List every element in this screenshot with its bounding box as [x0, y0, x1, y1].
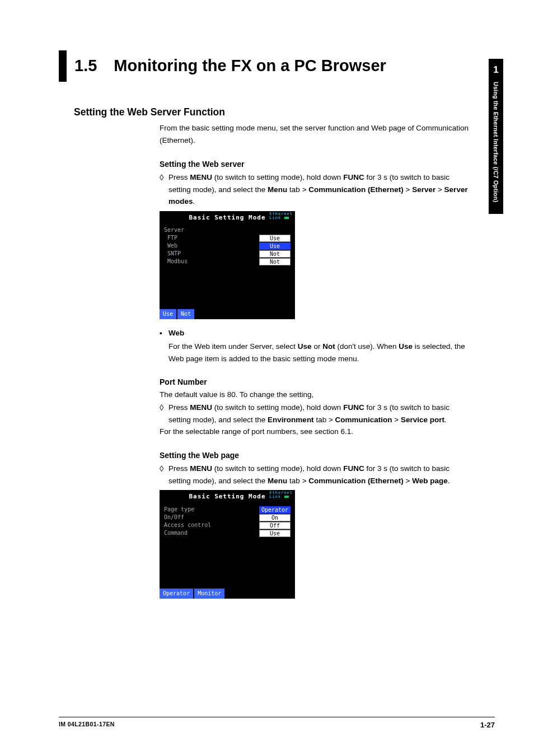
section-number: 1.5 — [74, 50, 114, 82]
intro-text: From the basic setting mode menu, set th… — [160, 122, 472, 146]
screenshot-row-value: Not — [259, 258, 291, 265]
screenshot-header: Basic Setting Mode EthernetLink — [160, 211, 295, 225]
step-bullet: ◊ — [160, 402, 168, 413]
screenshot-server-modes: Basic Setting Mode EthernetLink Server F… — [160, 211, 295, 320]
step-text: Press MENU (to switch to setting mode), … — [168, 171, 472, 208]
portnumber-intro: The default value is 80. To change the s… — [160, 389, 472, 401]
screenshot-row: Page typeOperator — [164, 506, 291, 514]
screenshot-row: ModbusNot — [164, 258, 291, 265]
screenshot-web-page: Basic Setting Mode EthernetLink Page typ… — [160, 490, 295, 599]
webserver-heading: Setting the Web server — [160, 158, 472, 170]
step: ◊ Press MENU (to switch to setting mode)… — [160, 402, 472, 426]
heading-bar — [59, 50, 67, 82]
screenshot-row: On/OffOn — [164, 514, 291, 521]
step-text: Press MENU (to switch to setting mode), … — [168, 463, 472, 487]
doc-code: IM 04L21B01-17EN — [59, 720, 115, 731]
bullet-title: Web — [168, 327, 472, 339]
screenshot-row: FTPUse — [164, 234, 291, 242]
screenshot-row-value: Not — [259, 250, 291, 258]
section-heading: 1.5 Monitoring the FX on a PC Browser — [59, 50, 495, 82]
screenshot-row: SNTPNot — [164, 250, 291, 258]
ethernet-indicator: EthernetLink — [269, 491, 293, 499]
step-bullet: ◊ — [160, 463, 168, 474]
portnumber-after: For the selectable range of port numbers… — [160, 426, 472, 438]
screenshot-row-value: Off — [259, 522, 291, 529]
step: ◊ Press MENU (to switch to setting mode)… — [160, 171, 472, 208]
screenshot-footer-button: Use — [160, 309, 176, 319]
screenshot-buttons: UseNot — [160, 309, 295, 319]
screenshot-row-value: Use — [259, 235, 291, 242]
webpage-heading: Setting the Web page — [160, 449, 472, 461]
section-title: Monitoring the FX on a PC Browser — [114, 50, 386, 82]
step-text: Press MENU (to switch to setting mode), … — [168, 402, 472, 426]
screenshot-row-label: Command — [164, 529, 259, 538]
screenshot-row-value: Operator — [259, 506, 291, 514]
chapter-label: Using the Ethernet Interface (/C7 Option… — [491, 81, 501, 202]
subsection-title: Setting the Web Server Function — [74, 104, 472, 120]
bullet-body: For the Web item under Server, select Us… — [168, 340, 472, 365]
screenshot-row: WebUse — [164, 242, 291, 250]
step: ◊ Press MENU (to switch to setting mode)… — [160, 463, 472, 487]
portnumber-heading: Port Number — [160, 376, 472, 388]
screenshot-footer-button: Operator — [160, 589, 193, 599]
chapter-number: 1 — [489, 62, 503, 77]
screenshot-row-value: Use — [259, 242, 291, 250]
chapter-tab: 1 Using the Ethernet Interface (/C7 Opti… — [489, 59, 503, 214]
screenshot-footer-button: Monitor — [194, 589, 224, 599]
screenshot-buttons: OperatorMonitor — [160, 589, 295, 599]
screenshot-row-value: On — [259, 514, 291, 521]
screenshot-row: CommandUse — [164, 529, 291, 537]
page-footer: IM 04L21B01-17EN 1-27 — [59, 717, 495, 731]
step-bullet: ◊ — [160, 171, 168, 183]
screenshot-footer-button: Not — [177, 309, 194, 319]
page-number: 1-27 — [480, 720, 495, 731]
ethernet-indicator: EthernetLink — [269, 212, 293, 220]
screenshot-row-value: Use — [259, 530, 291, 537]
bullet-item: • Web — [160, 327, 472, 339]
screenshot-row-label: Modbus — [164, 257, 259, 266]
screenshot-row: Access controlOff — [164, 521, 291, 529]
screenshot-header: Basic Setting Mode EthernetLink — [160, 490, 295, 503]
